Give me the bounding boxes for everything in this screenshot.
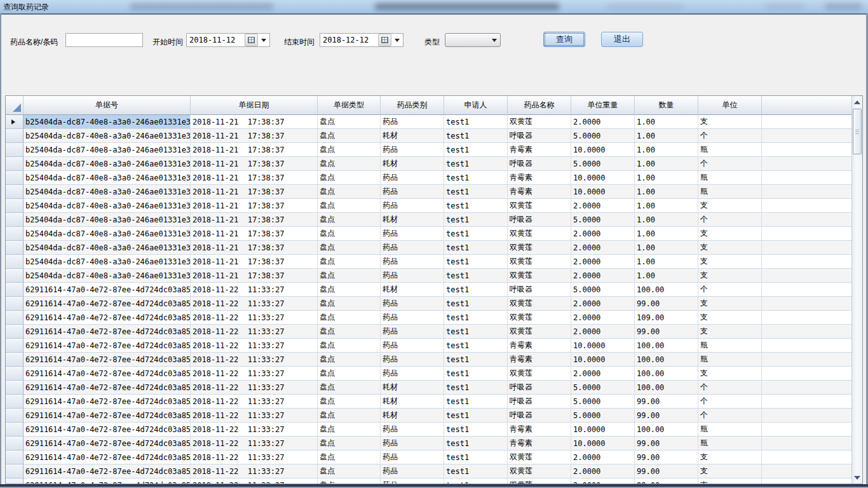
grid-cell[interactable]: 呼吸器: [508, 381, 571, 395]
grid-cell[interactable]: 10.0000: [571, 423, 635, 437]
grid-cell[interactable]: 99.00: [635, 409, 698, 423]
grid-cell[interactable]: 双黄莲: [508, 478, 571, 484]
grid-cell[interactable]: 盘点: [318, 269, 381, 283]
grid-cell[interactable]: 2018-11-22 11:33:27: [191, 409, 318, 423]
grid-cell[interactable]: 100.00: [635, 423, 698, 437]
grid-cell[interactable]: 支: [698, 115, 762, 129]
grid-cell[interactable]: 耗材: [381, 213, 444, 227]
grid-cell[interactable]: 支: [698, 478, 762, 484]
grid-cell[interactable]: 耗材: [381, 129, 444, 143]
grid-cell[interactable]: 双黄莲: [508, 241, 571, 255]
calendar-icon[interactable]: [245, 34, 258, 46]
grid-cell[interactable]: 耗材: [381, 381, 444, 395]
grid-cell[interactable]: 药品: [381, 115, 444, 129]
grid-cell[interactable]: 呼吸器: [508, 157, 571, 171]
grid-cell[interactable]: 药品: [381, 423, 444, 437]
grid-cell[interactable]: 5.0000: [571, 409, 635, 423]
grid-cell[interactable]: test1: [444, 451, 508, 464]
row-header[interactable]: [6, 339, 24, 353]
grid-cell[interactable]: 盘点: [318, 353, 381, 367]
grid-cell[interactable]: 药品: [381, 143, 444, 157]
grid-cell[interactable]: 瓶: [698, 185, 762, 199]
grid-cell[interactable]: 62911614-47a0-4e72-87ee-4d724dc03a85: [24, 283, 191, 297]
query-button[interactable]: 查询: [543, 32, 585, 47]
grid-cell[interactable]: 2.0000: [571, 451, 635, 464]
grid-cell[interactable]: 药品: [381, 185, 444, 199]
grid-cell[interactable]: 盘点: [318, 241, 381, 255]
grid-cell[interactable]: 2.0000: [571, 255, 635, 269]
grid-cell[interactable]: test1: [444, 227, 508, 241]
grid-cell[interactable]: 1.00: [635, 171, 698, 185]
grid-cell[interactable]: 青霉素: [508, 171, 571, 185]
grid-cell[interactable]: 62911614-47a0-4e72-87ee-4d724dc03a85: [24, 395, 191, 409]
grid-cell[interactable]: 62911614-47a0-4e72-87ee-4d724dc03a85: [24, 339, 191, 353]
grid-cell[interactable]: 支: [698, 269, 762, 283]
grid-cell[interactable]: 10.0000: [571, 353, 635, 367]
grid-cell[interactable]: 10.0000: [571, 339, 635, 353]
grid-cell[interactable]: 2.0000: [571, 478, 635, 484]
grid-cell[interactable]: test1: [444, 185, 508, 199]
grid-cell[interactable]: 呼吸器: [508, 129, 571, 143]
grid-cell[interactable]: 盘点: [318, 339, 381, 353]
grid-cell[interactable]: 2018-11-21 17:38:37: [191, 115, 318, 129]
grid-cell[interactable]: 62911614-47a0-4e72-87ee-4d724dc03a85: [24, 297, 191, 311]
vertical-scrollbar[interactable]: [851, 96, 862, 484]
grid-cell[interactable]: test1: [444, 269, 508, 283]
grid-cell[interactable]: 个: [698, 157, 762, 171]
grid-cell[interactable]: 2.0000: [571, 199, 635, 213]
grid-cell[interactable]: 个: [698, 283, 762, 297]
grid-cell[interactable]: 2018-11-22 11:33:27: [191, 437, 318, 451]
grid-cell[interactable]: 双黄莲: [508, 115, 571, 129]
grid-cell[interactable]: 2018-11-22 11:33:27: [191, 325, 318, 339]
row-header[interactable]: [6, 464, 24, 478]
grid-cell[interactable]: 100.00: [635, 353, 698, 367]
grid-cell[interactable]: 2018-11-21 17:38:37: [191, 171, 318, 185]
grid-cell[interactable]: test1: [444, 157, 508, 171]
chevron-down-icon[interactable]: [395, 39, 400, 42]
grid-cell[interactable]: 双黄莲: [508, 367, 571, 381]
grid-cell[interactable]: 药品: [381, 269, 444, 283]
row-header[interactable]: [6, 437, 24, 451]
grid-cell[interactable]: 99.00: [635, 478, 698, 484]
grid-cell[interactable]: 盘点: [318, 367, 381, 381]
grid-cell[interactable]: 10.0000: [571, 437, 635, 451]
grid-cell[interactable]: test1: [444, 171, 508, 185]
column-header[interactable]: 单位重量: [571, 96, 635, 115]
grid-cell[interactable]: 耗材: [381, 409, 444, 423]
grid-cell[interactable]: 盘点: [318, 297, 381, 311]
grid-cell[interactable]: 5.0000: [571, 283, 635, 297]
row-header[interactable]: [6, 311, 24, 325]
grid-cell[interactable]: 1.00: [635, 115, 698, 129]
grid-cell[interactable]: test1: [444, 213, 508, 227]
grid-cell[interactable]: 支: [698, 451, 762, 464]
grid-cell[interactable]: test1: [444, 129, 508, 143]
grid-cell[interactable]: 盘点: [318, 157, 381, 171]
grid-cell[interactable]: 5.0000: [571, 129, 635, 143]
grid-cell[interactable]: 2018-11-22 11:33:27: [191, 423, 318, 437]
type-dropdown[interactable]: [445, 33, 501, 47]
grid-cell[interactable]: 盘点: [318, 423, 381, 437]
grid-cell[interactable]: 青霉素: [508, 185, 571, 199]
grid-cell[interactable]: 盘点: [318, 171, 381, 185]
grid-cell[interactable]: 1.00: [635, 199, 698, 213]
grid-cell[interactable]: 个: [698, 395, 762, 409]
grid-cell[interactable]: test1: [444, 143, 508, 157]
grid-cell[interactable]: 盘点: [318, 437, 381, 451]
grid-cell[interactable]: 100.00: [635, 283, 698, 297]
grid-cell[interactable]: 2018-11-22 11:33:27: [191, 395, 318, 409]
grid-cell[interactable]: 支: [698, 255, 762, 269]
row-header[interactable]: [6, 129, 24, 143]
grid-cell[interactable]: test1: [444, 199, 508, 213]
grid-cell[interactable]: 1.00: [635, 143, 698, 157]
grid-cell[interactable]: 5.0000: [571, 395, 635, 409]
grid-cell[interactable]: 10.0000: [571, 143, 635, 157]
grid-cell[interactable]: test1: [444, 353, 508, 367]
grid-cell[interactable]: 2018-11-22 11:33:27: [191, 297, 318, 311]
grid-cell[interactable]: 药品: [381, 339, 444, 353]
row-header[interactable]: [6, 395, 24, 409]
grid-cell[interactable]: 呼吸器: [508, 213, 571, 227]
grid-cell[interactable]: 2018-11-22 11:33:27: [191, 478, 318, 484]
grid-cell[interactable]: 双黄莲: [508, 464, 571, 478]
grid-cell[interactable]: 62911614-47a0-4e72-87ee-4d724dc03a85: [24, 423, 191, 437]
grid-cell[interactable]: b25404da-dc87-40e8-a3a0-246ae01331e3: [24, 255, 191, 269]
